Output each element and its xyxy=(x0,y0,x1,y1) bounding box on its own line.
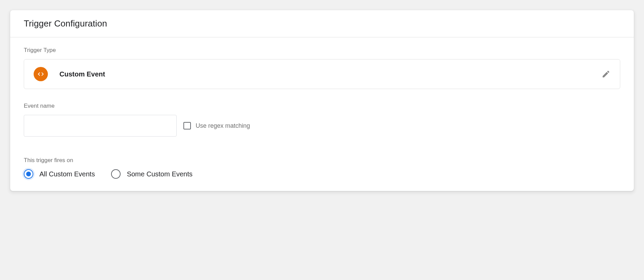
card-title: Trigger Configuration xyxy=(24,18,620,29)
radio-button[interactable] xyxy=(24,169,33,179)
trigger-type-selector[interactable]: Custom Event xyxy=(24,59,620,89)
card-header: Trigger Configuration xyxy=(10,10,634,37)
fires-on-radio-group: All Custom Events Some Custom Events xyxy=(24,169,620,179)
regex-checkbox[interactable] xyxy=(183,122,191,129)
edit-icon[interactable] xyxy=(602,70,610,78)
event-name-row: Use regex matching xyxy=(24,115,620,137)
radio-button[interactable] xyxy=(111,169,121,179)
radio-label: Some Custom Events xyxy=(127,170,192,178)
trigger-type-name: Custom Event xyxy=(59,70,602,78)
trigger-config-card: Trigger Configuration Trigger Type Custo… xyxy=(10,10,634,191)
trigger-type-label: Trigger Type xyxy=(24,47,620,54)
regex-checkbox-label: Use regex matching xyxy=(196,122,250,129)
radio-some-custom-events[interactable]: Some Custom Events xyxy=(111,169,192,179)
event-name-input[interactable] xyxy=(24,115,177,137)
radio-all-custom-events[interactable]: All Custom Events xyxy=(24,169,95,179)
regex-checkbox-wrap[interactable]: Use regex matching xyxy=(183,122,250,129)
event-name-label: Event name xyxy=(24,103,620,109)
code-icon xyxy=(34,67,48,81)
card-body: Trigger Type Custom Event Event name Use… xyxy=(10,37,634,191)
radio-label: All Custom Events xyxy=(39,170,95,178)
fires-on-label: This trigger fires on xyxy=(24,157,620,164)
